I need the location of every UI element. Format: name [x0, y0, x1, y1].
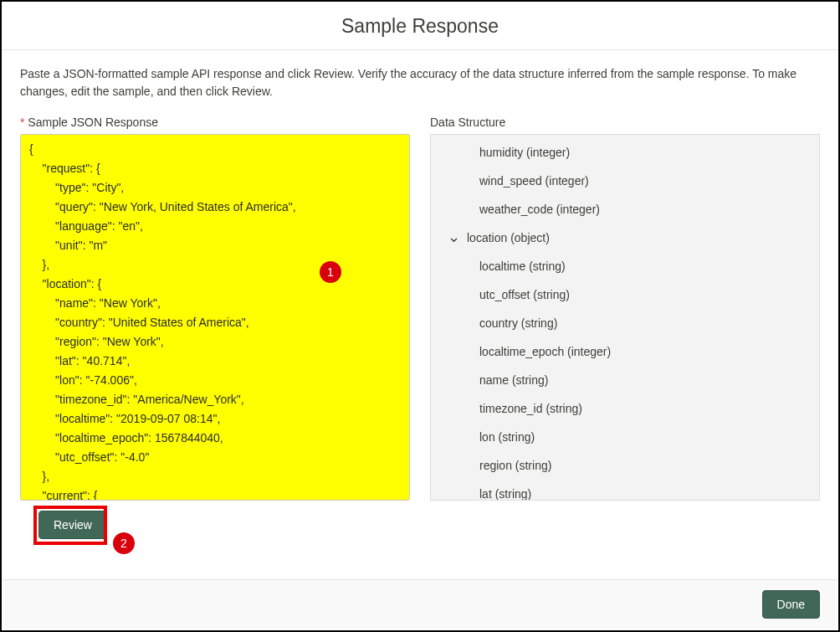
- tree-leaf: humidity (integer): [431, 138, 819, 167]
- json-field-label: Sample JSON Response: [28, 116, 158, 129]
- right-column: Data Structure humidity (integer)wind_sp…: [430, 116, 820, 549]
- structure-label: Data Structure: [430, 116, 820, 129]
- review-button[interactable]: Review: [38, 511, 107, 539]
- tree-item-label: region (string): [479, 459, 551, 472]
- tree-item-label: lon (string): [479, 430, 535, 444]
- main-content: * Sample JSON Response Review Data Struc…: [2, 116, 838, 549]
- json-label-row: * Sample JSON Response: [20, 116, 410, 129]
- tree-item-label: humidity (integer): [479, 146, 570, 159]
- tree-leaf: name (string): [431, 366, 819, 394]
- tree-leaf: lat (string): [431, 480, 819, 501]
- done-button[interactable]: Done: [762, 590, 820, 619]
- callout-badge-1: 1: [320, 261, 341, 283]
- tree-leaf: utc_offset (string): [431, 280, 819, 309]
- tree-item-label: localtime (string): [479, 259, 566, 273]
- left-column: * Sample JSON Response Review: [20, 116, 410, 549]
- tree-leaf: region (string): [431, 451, 819, 480]
- tree-item-label: localtime_epoch (integer): [479, 345, 611, 358]
- chevron-down-icon: ⌄: [448, 233, 460, 241]
- modal-footer: Done: [3, 579, 837, 629]
- tree-item-label: name (string): [479, 373, 548, 387]
- tree-item-label: timezone_id (string): [479, 402, 582, 415]
- tree-item-label: location (object): [467, 231, 550, 244]
- tree-item-label: lat (string): [479, 487, 531, 501]
- tree-leaf: weather_code (integer): [431, 195, 819, 224]
- modal-header: Sample Response: [2, 2, 838, 49]
- tree-item-label: weather_code (integer): [479, 203, 600, 216]
- tree-leaf: localtime (string): [431, 252, 819, 280]
- callout-badge-2: 2: [113, 532, 135, 554]
- tree-leaf: localtime_epoch (integer): [431, 337, 819, 366]
- tree-item-label: wind_speed (integer): [479, 174, 589, 188]
- json-textarea-wrap: [20, 134, 410, 501]
- tree-leaf: timezone_id (string): [431, 394, 819, 423]
- tree-node-collapsible[interactable]: ⌄location (object): [431, 224, 819, 252]
- tree-item-label: utc_offset (string): [479, 288, 570, 301]
- tree-leaf: lon (string): [431, 423, 819, 451]
- data-structure-tree[interactable]: humidity (integer)wind_speed (integer)we…: [430, 134, 820, 501]
- tree-leaf: wind_speed (integer): [431, 167, 819, 195]
- instructions-text: Paste a JSON-formatted sample API respon…: [2, 50, 838, 116]
- left-actions: Review: [20, 501, 410, 549]
- tree-item-label: country (string): [479, 316, 557, 330]
- sample-json-textarea[interactable]: [21, 135, 409, 500]
- required-star: *: [20, 116, 24, 129]
- modal-title: Sample Response: [2, 15, 838, 38]
- tree-leaf: country (string): [431, 309, 819, 337]
